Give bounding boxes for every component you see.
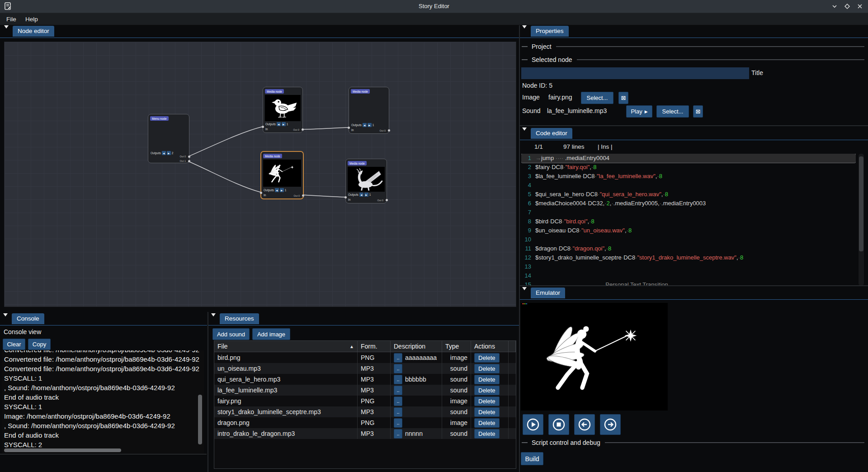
tab-properties[interactable]: Properties	[531, 26, 569, 37]
table-row[interactable]: la_fee_luminelle.mp3MP3..soundDelete	[214, 385, 516, 396]
image-select-button[interactable]: Select...	[581, 92, 613, 104]
outputs-increment-button[interactable]: ▶	[282, 122, 286, 126]
node-editor-collapse-icon[interactable]	[4, 28, 9, 34]
code-line[interactable]: 10	[521, 235, 856, 244]
delete-button[interactable]: Delete	[474, 418, 500, 428]
tab-node-editor[interactable]: Node editor	[13, 26, 54, 37]
emulator-play-button[interactable]	[523, 414, 543, 435]
emulator-stop-button[interactable]	[548, 414, 569, 435]
code-line[interactable]: 6$mediaChoice0004·DC32,·2,·.mediaEntry00…	[521, 199, 856, 208]
code-line[interactable]: 9$un_oiseau·DC8·"un_oiseau.wav",·8	[521, 226, 856, 235]
output-port[interactable]	[188, 160, 190, 162]
console-hscrollbar[interactable]	[4, 448, 121, 452]
tab-code-editor[interactable]: Code editor	[531, 128, 572, 139]
console-collapse-icon[interactable]	[3, 316, 9, 322]
node-media-empty[interactable]: Media node Outputs ◀ ▶ 1 In Out 0	[349, 87, 389, 134]
code-line[interactable]: 4	[521, 181, 856, 190]
menu-help[interactable]: Help	[23, 15, 41, 24]
tab-console[interactable]: Console	[12, 313, 44, 324]
delete-button[interactable]: Delete	[474, 375, 500, 384]
properties-collapse-icon[interactable]	[522, 28, 528, 34]
maximize-button[interactable]	[844, 3, 851, 9]
delete-button[interactable]: Delete	[474, 429, 500, 439]
code-line[interactable]: 8$bird·DC8·"bird.qoi",·8	[521, 217, 856, 226]
close-button[interactable]	[856, 3, 863, 9]
tab-emulator[interactable]: Emulator	[531, 288, 565, 298]
outputs-decrement-button[interactable]: ◀	[277, 122, 281, 126]
copy-button[interactable]: Copy	[28, 339, 51, 350]
edit-description-button[interactable]: ..	[394, 429, 402, 439]
outputs-decrement-button[interactable]: ◀	[275, 188, 279, 192]
output-port[interactable]	[302, 128, 304, 131]
resources-collapse-icon[interactable]	[211, 316, 217, 322]
table-row[interactable]: dragon.pngPNG..imageDelete	[214, 417, 516, 428]
input-port[interactable]	[260, 192, 262, 194]
edit-description-button[interactable]: ..	[394, 407, 402, 417]
outputs-increment-button[interactable]: ▶	[280, 188, 284, 192]
input-port[interactable]	[348, 127, 350, 129]
header-form[interactable]: Form.	[358, 341, 391, 352]
minimize-button[interactable]	[831, 3, 838, 9]
delete-button[interactable]: Delete	[474, 396, 500, 406]
add-sound-button[interactable]: Add sound	[212, 328, 250, 340]
play-button[interactable]: Play▶	[626, 105, 652, 118]
header-type[interactable]: Type	[442, 341, 471, 352]
node-menu[interactable]: Menu node Outputs ◀ ▶ 2 Out 0 Out 1	[148, 114, 189, 163]
outputs-decrement-button[interactable]: ◀	[363, 123, 367, 127]
table-row[interactable]: story1_drako_luminelle_sceptre.mp3MP3..s…	[214, 406, 516, 417]
outputs-decrement-button[interactable]: ◀	[162, 151, 166, 155]
code-line[interactable]: 11$dragon·DC8·"dragon.qoi",·8	[521, 244, 856, 253]
code-line[interactable]: 7	[521, 208, 856, 217]
build-button[interactable]: Build	[521, 452, 543, 465]
console-output[interactable]: Convertered file: /home/anthony/ostproj/…	[2, 350, 204, 453]
add-image-button[interactable]: Add image	[252, 328, 290, 340]
title-input[interactable]	[521, 67, 749, 79]
edit-description-button[interactable]: ..	[394, 396, 402, 406]
node-editor-canvas[interactable]: Menu node Outputs ◀ ▶ 2 Out 0 Out 1 Medi…	[4, 42, 516, 307]
outputs-increment-button[interactable]: ▶	[364, 193, 368, 197]
input-port[interactable]	[344, 196, 347, 198]
outputs-increment-button[interactable]: ▶	[167, 151, 171, 155]
code-line[interactable]: 1→jump ···· .mediaEntry0004	[521, 154, 856, 163]
table-row[interactable]: un_oiseau.mp3MP3..soundDelete	[214, 363, 516, 374]
delete-button[interactable]: Delete	[474, 353, 500, 363]
outputs-increment-button[interactable]: ▶	[368, 123, 372, 127]
edit-description-button[interactable]: ..	[394, 353, 402, 363]
output-port[interactable]	[386, 199, 388, 201]
edit-description-button[interactable]: ..	[394, 375, 402, 384]
code-line[interactable]: 15 Personal Text Transition	[521, 280, 856, 285]
code-line[interactable]: 13	[521, 262, 856, 271]
output-port[interactable]	[388, 129, 390, 132]
edit-description-button[interactable]: ..	[394, 386, 402, 395]
console-vscrollbar[interactable]	[198, 395, 202, 444]
image-clear-button[interactable]: ⊠	[618, 92, 628, 104]
table-row[interactable]: qui_sera_le_hero.mp3MP3..bbbbbbsoundDele…	[214, 374, 516, 385]
outputs-decrement-button[interactable]: ◀	[359, 193, 363, 197]
tab-resources[interactable]: Resources	[220, 313, 259, 324]
delete-button[interactable]: Delete	[474, 386, 500, 395]
header-file[interactable]: File▲	[214, 341, 358, 352]
emulator-collapse-icon[interactable]	[522, 290, 528, 296]
header-description[interactable]: Description	[391, 341, 442, 352]
code-line[interactable]: 3$la_fee_luminelle·DC8·"la_fee_luminelle…	[521, 172, 856, 181]
code-line[interactable]: 5$qui_sera_le_hero·DC8·"qui_sera_le_hero…	[521, 190, 856, 199]
menu-file[interactable]: File	[4, 15, 19, 24]
node-media-dragon[interactable]: Media node Outputs ◀	[345, 159, 387, 203]
clear-button[interactable]: Clear	[3, 339, 25, 350]
edit-description-button[interactable]: ..	[394, 418, 402, 428]
table-row[interactable]: intro_drako_le_dragon.mp3MP3..nnnnnsound…	[214, 428, 516, 439]
table-row[interactable]: fairy.pngPNG..imageDelete	[214, 396, 516, 406]
sound-clear-button[interactable]: ⊠	[693, 105, 703, 118]
code-line[interactable]: 14	[521, 271, 856, 280]
header-actions[interactable]: Actions	[471, 341, 509, 352]
code-editor-area[interactable]: 1→jump ···· .mediaEntry00042$fairy·DC8·"…	[521, 154, 856, 285]
code-line[interactable]: 12$story1_drako_luminelle_sceptre·DC8·"s…	[521, 253, 856, 262]
output-port[interactable]	[302, 194, 304, 197]
delete-button[interactable]: Delete	[474, 407, 500, 417]
code-line[interactable]: 2$fairy·DC8·"fairy.qoi",·8	[521, 163, 856, 172]
code-vscrollbar[interactable]	[859, 156, 863, 251]
input-port[interactable]	[262, 126, 264, 128]
node-media-bird[interactable]: Media node Outputs	[263, 87, 303, 133]
edit-description-button[interactable]: ..	[394, 364, 402, 373]
table-row[interactable]: bird.pngPNG..aaaaaaaaaimageDelete	[214, 352, 516, 363]
